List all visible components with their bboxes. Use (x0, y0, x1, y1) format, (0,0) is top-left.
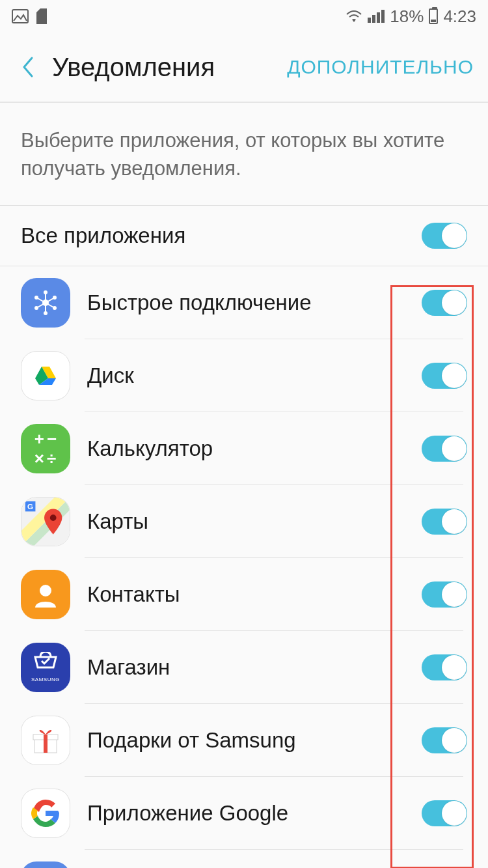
quick-connect-icon (21, 278, 70, 328)
app-row-store[interactable]: SAMSUNG Магазин (0, 631, 488, 704)
status-bar: 18% 4:23 (0, 0, 488, 33)
app-row-screenshot[interactable]: Снимок экрана (0, 850, 488, 868)
svg-rect-0 (12, 10, 28, 23)
app-toggle[interactable] (422, 363, 467, 389)
contacts-icon (21, 570, 70, 619)
app-label: Подарки от Samsung (87, 728, 422, 753)
app-label: Карты (87, 509, 422, 534)
app-label: Калькулятор (87, 436, 422, 461)
svg-point-23 (40, 585, 51, 596)
app-list: Быстрое подключение Диск +−×÷ Калькулято… (0, 266, 488, 868)
app-label: Быстрое подключение (87, 290, 422, 315)
app-label: Диск (87, 363, 422, 388)
app-toggle[interactable] (422, 290, 467, 316)
app-toggle[interactable] (422, 800, 467, 826)
app-row-maps[interactable]: G Карты (0, 485, 488, 558)
screenshot-icon (21, 861, 70, 868)
app-row-drive[interactable]: Диск (0, 339, 488, 412)
maps-icon: G (21, 497, 70, 546)
back-button[interactable] (14, 54, 40, 80)
sdcard-icon (35, 8, 48, 24)
app-toggle[interactable] (422, 654, 467, 680)
battery-percentage: 18% (390, 7, 424, 27)
app-label: Приложение Google (87, 801, 422, 826)
app-row-gifts[interactable]: Подарки от Samsung (0, 704, 488, 777)
chevron-left-icon (20, 55, 34, 79)
svg-point-12 (34, 306, 38, 310)
store-icon: SAMSUNG (21, 643, 70, 692)
svg-text:G: G (27, 501, 33, 510)
signal-icon (368, 10, 385, 23)
app-row-quick-connect[interactable]: Быстрое подключение (0, 266, 488, 339)
app-label: Магазин (87, 655, 422, 680)
app-label: Контакты (87, 582, 422, 607)
svg-point-9 (53, 296, 57, 300)
svg-point-10 (53, 306, 57, 310)
gifts-icon (21, 716, 70, 765)
status-right: 18% 4:23 (346, 7, 476, 27)
app-toggle[interactable] (422, 436, 467, 462)
more-action[interactable]: ДОПОЛНИТЕЛЬНО (287, 56, 474, 78)
image-icon (12, 9, 29, 23)
google-icon (21, 789, 70, 838)
app-toggle[interactable] (422, 581, 467, 608)
battery-icon (429, 8, 438, 24)
svg-point-8 (44, 290, 47, 294)
drive-icon (21, 351, 70, 400)
svg-point-13 (34, 296, 38, 300)
wifi-icon (346, 9, 362, 23)
svg-rect-26 (44, 735, 47, 753)
app-toggle[interactable] (422, 727, 467, 753)
svg-point-11 (44, 311, 47, 315)
samsung-label: SAMSUNG (31, 677, 60, 682)
all-apps-label: Все приложения (21, 223, 422, 248)
status-time: 4:23 (443, 7, 476, 27)
calculator-icon: +−×÷ (21, 424, 70, 473)
all-apps-row[interactable]: Все приложения (0, 206, 488, 266)
app-toggle[interactable] (422, 509, 467, 535)
app-row-google[interactable]: Приложение Google (0, 777, 488, 850)
header-bar: Уведомления ДОПОЛНИТЕЛЬНО (0, 33, 488, 103)
description-text: Выберите приложения, от которых вы хотит… (0, 103, 488, 206)
svg-point-22 (50, 514, 57, 521)
all-apps-toggle[interactable] (422, 223, 467, 249)
status-left (12, 8, 48, 24)
page-title: Уведомления (52, 53, 287, 82)
app-row-calculator[interactable]: +−×÷ Калькулятор (0, 412, 488, 485)
app-row-contacts[interactable]: Контакты (0, 558, 488, 631)
